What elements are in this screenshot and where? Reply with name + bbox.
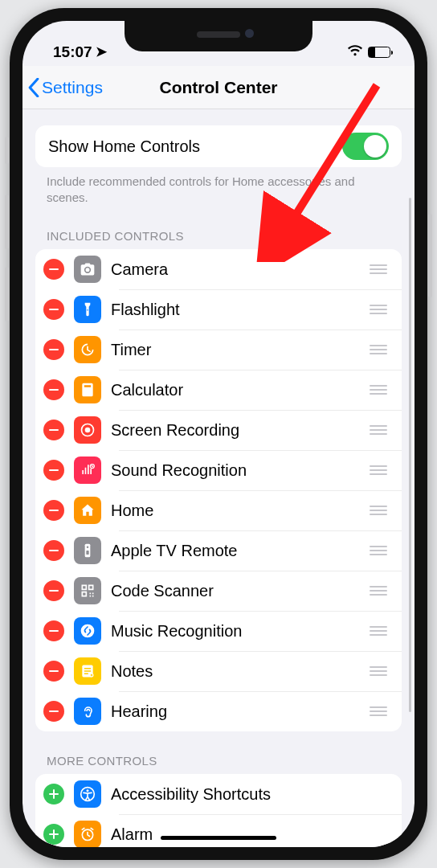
control-row-code-scanner: Code Scanner	[35, 571, 402, 611]
home-controls-note: Include recommended controls for Home ac…	[47, 174, 390, 205]
control-row-accessibility-shortcuts: Accessibility Shortcuts	[35, 774, 402, 814]
control-row-flashlight: Flashlight	[35, 289, 402, 330]
drag-handle[interactable]	[368, 626, 389, 636]
sound-icon	[74, 457, 101, 484]
control-row-camera: Camera	[35, 249, 402, 289]
control-label: Alarm	[111, 825, 389, 844]
control-row-notes: Notes	[35, 651, 402, 691]
remove-button[interactable]	[43, 661, 64, 682]
record-icon	[74, 416, 101, 444]
control-label: Screen Recording	[111, 421, 368, 440]
timer-icon	[74, 336, 101, 363]
remove-button[interactable]	[43, 580, 64, 601]
drag-handle[interactable]	[368, 465, 389, 475]
control-label: Calculator	[111, 381, 368, 399]
control-label: Music Recognition	[111, 622, 368, 641]
accessibility-icon	[74, 780, 101, 808]
remove-button[interactable]	[43, 339, 64, 360]
control-row-calculator: Calculator	[35, 370, 402, 410]
show-home-controls-label: Show Home Controls	[48, 137, 342, 156]
camera-icon	[74, 256, 101, 283]
notes-icon	[74, 657, 101, 685]
ear-icon	[74, 698, 101, 725]
control-row-timer: Timer	[35, 330, 402, 370]
drag-handle[interactable]	[368, 666, 389, 676]
control-label: Apple TV Remote	[111, 542, 368, 560]
control-label: Hearing	[111, 702, 368, 721]
notch	[125, 21, 312, 51]
wifi-icon	[347, 43, 363, 61]
flashlight-icon	[74, 296, 101, 323]
control-label: Code Scanner	[111, 582, 368, 600]
content: Show Home Controls Include recommended c…	[22, 109, 415, 847]
control-row-home: Home	[35, 490, 402, 530]
drag-handle[interactable]	[368, 305, 389, 314]
drag-handle[interactable]	[368, 506, 389, 515]
control-label: Flashlight	[111, 301, 368, 319]
included-controls-header: Included Controls	[47, 229, 390, 243]
page-title: Control Center	[22, 78, 415, 97]
status-time: 15:07	[53, 43, 92, 61]
shazam-icon	[74, 617, 101, 645]
home-controls-card: Show Home Controls	[35, 125, 402, 167]
remove-button[interactable]	[43, 540, 64, 561]
control-label: Notes	[111, 662, 368, 681]
control-label: Accessibility Shortcuts	[111, 785, 389, 804]
drag-handle[interactable]	[368, 425, 389, 435]
location-icon: ➤	[96, 43, 107, 60]
remove-button[interactable]	[43, 420, 64, 440]
show-home-controls-toggle[interactable]	[342, 133, 389, 160]
control-row-music-recognition: Music Recognition	[35, 611, 402, 651]
control-label: Camera	[111, 260, 368, 279]
remove-button[interactable]	[43, 299, 64, 320]
nav-bar: Settings Control Center	[22, 66, 415, 109]
control-label: Timer	[111, 341, 368, 359]
drag-handle[interactable]	[368, 586, 389, 596]
control-row-screen-recording: Screen Recording	[35, 410, 402, 450]
remote-icon	[74, 537, 101, 564]
add-button[interactable]	[43, 784, 64, 805]
battery-icon	[368, 47, 390, 58]
calculator-icon	[74, 376, 101, 403]
drag-handle[interactable]	[368, 345, 389, 354]
control-row-sound-recognition: Sound Recognition	[35, 450, 402, 490]
remove-button[interactable]	[43, 259, 64, 280]
remove-button[interactable]	[43, 701, 64, 722]
drag-handle[interactable]	[368, 706, 389, 716]
remove-button[interactable]	[43, 379, 64, 400]
add-button[interactable]	[43, 824, 64, 845]
scroll-indicator	[409, 198, 411, 712]
screen: 15:07 ➤ Settings Control Center	[22, 21, 415, 847]
control-label: Sound Recognition	[111, 461, 368, 480]
control-row-alarm: Alarm	[35, 814, 402, 847]
home-indicator[interactable]	[161, 836, 276, 840]
remove-button[interactable]	[43, 620, 64, 641]
control-row-apple-tv-remote: Apple TV Remote	[35, 530, 402, 571]
remove-button[interactable]	[43, 460, 64, 481]
home-icon	[74, 497, 101, 524]
control-label: Home	[111, 502, 368, 520]
remove-button[interactable]	[43, 500, 64, 521]
control-row-hearing: Hearing	[35, 691, 402, 731]
drag-handle[interactable]	[368, 264, 389, 274]
drag-handle[interactable]	[368, 385, 389, 395]
included-controls-list: CameraFlashlightTimerCalculatorScreen Re…	[35, 249, 402, 731]
drag-handle[interactable]	[368, 546, 389, 555]
qrcode-icon	[74, 577, 101, 604]
alarm-icon	[74, 821, 101, 847]
more-controls-header: More Controls	[47, 754, 390, 768]
